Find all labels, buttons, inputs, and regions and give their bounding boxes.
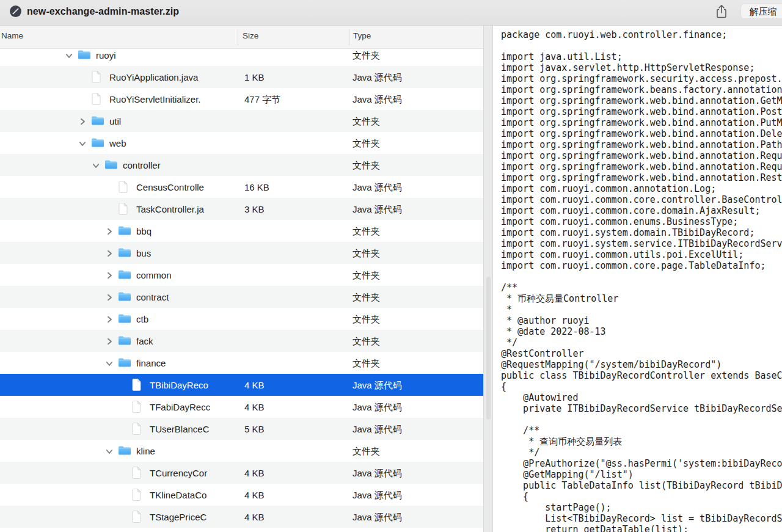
- folder-row[interactable]: bus文件夹: [0, 242, 483, 264]
- file-icon: [132, 467, 141, 479]
- file-name: RuoYiApplication.java: [109, 71, 198, 83]
- file-size: 4 KB: [244, 511, 265, 523]
- file-row[interactable]: TFabiDayRecc4 KBJava 源代码: [0, 396, 483, 418]
- file-row[interactable]: RuoYiServletInitializer.477 字节Java 源代码: [0, 88, 483, 110]
- scrollbar-thumb[interactable]: [486, 277, 491, 420]
- folder-row[interactable]: fack文件夹: [0, 330, 483, 352]
- file-type: Java 源代码: [353, 203, 402, 215]
- extract-button[interactable]: 解压缩: [740, 4, 782, 19]
- file-type: 文件夹: [353, 137, 380, 149]
- file-name: TCurrencyCor: [150, 467, 207, 479]
- folder-row[interactable]: kline文件夹: [0, 440, 483, 462]
- file-row[interactable]: TUserBlanceC5 KBJava 源代码: [0, 418, 483, 440]
- file-name: contract: [136, 291, 169, 303]
- file-size: 1 KB: [244, 71, 265, 83]
- share-icon[interactable]: [715, 4, 728, 20]
- file-name: CensusControlle: [136, 181, 204, 193]
- file-icon: [132, 379, 141, 391]
- folder-icon: [91, 137, 104, 148]
- column-type[interactable]: Type: [353, 31, 371, 40]
- chevron-right-icon[interactable]: [105, 337, 114, 346]
- file-size: 477 字节: [244, 93, 280, 105]
- file-name: util: [109, 115, 121, 127]
- file-type: Java 源代码: [353, 93, 402, 105]
- chevron-down-icon[interactable]: [65, 51, 73, 60]
- file-name: TUserBlanceC: [150, 423, 210, 435]
- file-row[interactable]: TBibiDayReco4 KBJava 源代码: [0, 374, 483, 396]
- file-name: ruoyi: [96, 49, 116, 61]
- folder-icon: [118, 335, 131, 346]
- file-row[interactable]: CensusControlle16 KBJava 源代码: [0, 176, 483, 198]
- file-icon: [92, 93, 101, 105]
- file-type: Java 源代码: [353, 401, 402, 413]
- chevron-down-icon[interactable]: [105, 447, 114, 456]
- chevron-down-icon[interactable]: [105, 359, 114, 368]
- chevron-right-icon[interactable]: [105, 249, 114, 258]
- chevron-right-icon[interactable]: [105, 293, 114, 302]
- folder-row[interactable]: ctb文件夹: [0, 308, 483, 330]
- folder-row[interactable]: util文件夹: [0, 110, 483, 132]
- folder-icon: [78, 49, 91, 60]
- file-row[interactable]: TStagePriceC4 KBJava 源代码: [0, 506, 483, 528]
- folder-row[interactable]: bbq文件夹: [0, 220, 483, 242]
- file-icon: [119, 181, 128, 193]
- file-type: Java 源代码: [353, 379, 402, 391]
- file-type: 文件夹: [353, 269, 380, 281]
- column-name[interactable]: Name: [1, 31, 23, 40]
- file-type: 文件夹: [353, 159, 380, 171]
- file-type: Java 源代码: [353, 423, 402, 435]
- folder-row[interactable]: web文件夹: [0, 132, 483, 154]
- chevron-right-icon[interactable]: [105, 315, 114, 324]
- file-row[interactable]: TCurrencyCor4 KBJava 源代码: [0, 462, 483, 484]
- file-row[interactable]: TKlineDataCo4 KBJava 源代码: [0, 484, 483, 506]
- file-rows: ruoyi文件夹RuoYiApplication.java1 KBJava 源代…: [0, 44, 483, 528]
- folder-row[interactable]: common文件夹: [0, 264, 483, 286]
- file-name: TStagePriceC: [150, 511, 206, 523]
- file-icon: [132, 489, 141, 501]
- file-size: 4 KB: [244, 379, 265, 391]
- folder-icon: [118, 445, 131, 456]
- chevron-down-icon[interactable]: [92, 161, 100, 170]
- column-size[interactable]: Size: [243, 31, 258, 40]
- file-name: common: [136, 269, 172, 281]
- file-name: kline: [136, 445, 155, 457]
- file-icon: [132, 401, 141, 413]
- file-icon: [132, 511, 141, 523]
- chevron-down-icon[interactable]: [78, 139, 87, 148]
- file-name: TKlineDataCo: [150, 489, 206, 501]
- file-type: 文件夹: [353, 115, 380, 127]
- folder-icon: [104, 159, 118, 170]
- file-row[interactable]: TaskController.ja3 KBJava 源代码: [0, 198, 483, 220]
- file-type: 文件夹: [353, 313, 380, 325]
- file-row[interactable]: RuoYiApplication.java1 KBJava 源代码: [0, 66, 483, 88]
- column-header: Name Size Type: [0, 26, 483, 49]
- chevron-right-icon[interactable]: [105, 271, 114, 280]
- file-type: Java 源代码: [353, 489, 402, 501]
- file-type: 文件夹: [353, 225, 380, 237]
- column-separator: [349, 29, 349, 45]
- archive-window: new-exchange-admin-master.zip 解压缩 ruoyi文…: [0, 0, 782, 532]
- file-name: web: [109, 137, 126, 149]
- folder-row[interactable]: contract文件夹: [0, 286, 483, 308]
- chevron-right-icon[interactable]: [105, 227, 114, 236]
- code-preview-panel: package com.ruoyi.web.controller.finance…: [493, 26, 782, 532]
- file-name: TBibiDayReco: [150, 379, 208, 391]
- file-icon: [119, 203, 128, 215]
- file-type: Java 源代码: [353, 511, 402, 523]
- file-type: Java 源代码: [353, 181, 402, 193]
- file-type: 文件夹: [353, 335, 380, 347]
- code-text: package com.ruoyi.web.controller.finance…: [493, 26, 782, 532]
- folder-row[interactable]: finance文件夹: [0, 352, 483, 374]
- folder-icon: [118, 269, 131, 280]
- folder-icon: [118, 291, 131, 302]
- file-type: Java 源代码: [353, 71, 402, 83]
- folder-row[interactable]: controller文件夹: [0, 154, 483, 176]
- chevron-right-icon[interactable]: [78, 117, 87, 126]
- file-type: 文件夹: [353, 247, 380, 259]
- file-type: 文件夹: [353, 49, 380, 61]
- panel-splitter[interactable]: [483, 26, 493, 532]
- file-name: RuoYiServletInitializer.: [109, 93, 201, 105]
- file-size: 4 KB: [244, 467, 265, 479]
- folder-icon: [118, 225, 131, 236]
- file-size: 3 KB: [244, 203, 265, 215]
